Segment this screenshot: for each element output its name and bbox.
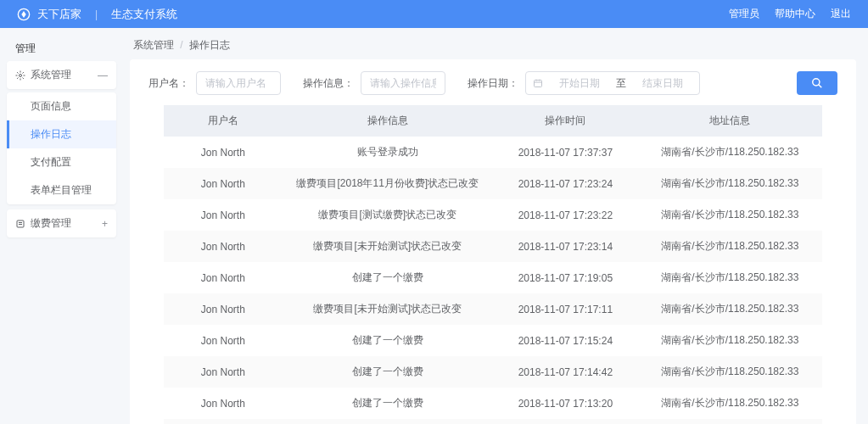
logo-icon (17, 8, 31, 21)
breadcrumb: 系统管理 / 操作日志 (130, 38, 856, 53)
cell-user: Jon North (164, 168, 283, 199)
header-divider: | (95, 8, 98, 20)
sidebar-group-fee-label: 缴费管理 (31, 216, 71, 231)
app-header: 天下店家 | 生态支付系统 管理员 帮助中心 退出 (0, 0, 868, 28)
svg-rect-5 (535, 81, 542, 87)
logout-link[interactable]: 退出 (831, 7, 851, 21)
cell-addr: 湖南省/长沙市/118.250.182.33 (638, 168, 822, 199)
cell-time: 2018-11-07 17:13:20 (493, 388, 638, 419)
sidebar-item-pageinfo[interactable]: 页面信息 (7, 92, 116, 120)
table-row: Jon North缴费项目[2018年11月份收费]状态已改变2018-11-0… (164, 419, 822, 424)
list-icon (15, 219, 25, 229)
cell-op: 缴费项目[2018年11月份收费]状态已改变 (283, 168, 493, 199)
expand-icon: + (102, 218, 108, 230)
cell-addr: 湖南省/长沙市/118.250.182.33 (638, 293, 822, 325)
filter-row: 用户名： 操作信息： 操作日期： 至 (148, 71, 837, 95)
main-content: 系统管理 / 操作日志 用户名： 操作信息： 操作日期： 至 (123, 28, 868, 424)
cell-user: Jon North (164, 356, 283, 388)
date-sep: 至 (616, 76, 626, 91)
cell-op: 缴费项目[未开始测试]状态已改变 (283, 231, 493, 262)
date-range-picker[interactable]: 至 (525, 71, 700, 95)
cell-op: 创建了一个缴费 (283, 262, 493, 293)
admin-link[interactable]: 管理员 (729, 7, 759, 21)
cell-time: 2018-11-07 17:14:42 (493, 356, 638, 388)
sidebar: 管理 系统管理 — 页面信息 操作日志 支付配置 表单栏目管理 缴费管理 + (0, 28, 123, 424)
svg-point-1 (20, 74, 22, 76)
cell-op: 缴费项目[未开始测试]状态已改变 (283, 293, 493, 325)
username-input[interactable] (196, 71, 281, 95)
sidebar-group-fee[interactable]: 缴费管理 + (7, 209, 116, 237)
table-header-row: 用户名 操作信息 操作时间 地址信息 (164, 105, 822, 137)
date-end-input[interactable] (633, 77, 692, 89)
breadcrumb-sep: / (180, 39, 182, 51)
breadcrumb-b: 操作日志 (189, 39, 230, 51)
cell-op: 缴费项目[测试缴费]状态已改变 (283, 199, 493, 231)
calendar-icon (533, 78, 543, 88)
collapse-icon: — (98, 70, 108, 81)
th-addr: 地址信息 (638, 105, 822, 137)
cell-user: Jon North (164, 419, 283, 424)
cell-user: Jon North (164, 199, 283, 231)
cell-user: Jon North (164, 262, 283, 293)
sidebar-group-system[interactable]: 系统管理 — (7, 61, 116, 89)
cell-op: 缴费项目[2018年11月份收费]状态已改变 (283, 419, 493, 424)
table-row: Jon North缴费项目[2018年11月份收费]状态已改变2018-11-0… (164, 168, 822, 199)
content-card: 用户名： 操作信息： 操作日期： 至 (130, 59, 856, 424)
cell-time: 2018-11-07 17:23:22 (493, 199, 638, 231)
cell-op: 账号登录成功 (283, 137, 493, 168)
th-op: 操作信息 (283, 105, 493, 137)
search-icon (811, 77, 823, 89)
table-row: Jon North创建了一个缴费2018-11-07 17:14:42湖南省/长… (164, 356, 822, 388)
cell-user: Jon North (164, 231, 283, 262)
cell-addr: 湖南省/长沙市/118.250.182.33 (638, 325, 822, 356)
th-time: 操作时间 (493, 105, 638, 137)
table-row: Jon North创建了一个缴费2018-11-07 17:19:05湖南省/长… (164, 262, 822, 293)
cell-time: 2018-11-07 17:19:05 (493, 262, 638, 293)
table-row: Jon North创建了一个缴费2018-11-07 17:13:20湖南省/长… (164, 388, 822, 419)
cell-time: 2018-11-07 17:15:24 (493, 325, 638, 356)
cell-user: Jon North (164, 293, 283, 325)
cell-time: 2018-11-07 17:23:24 (493, 168, 638, 199)
brand-text: 天下店家 (37, 7, 81, 22)
cell-user: Jon North (164, 388, 283, 419)
cell-addr: 湖南省/长沙市/118.250.182.33 (638, 262, 822, 293)
sidebar-item-tablecol[interactable]: 表单栏目管理 (7, 176, 116, 204)
cell-addr: 湖南省/长沙市/118.250.182.33 (638, 231, 822, 262)
sidebar-submenu: 页面信息 操作日志 支付配置 表单栏目管理 (7, 92, 116, 204)
cell-addr: 湖南省/长沙市/118.250.182.33 (638, 388, 822, 419)
cell-time: 2018-11-07 17:37:37 (493, 137, 638, 168)
breadcrumb-a[interactable]: 系统管理 (133, 39, 174, 51)
opinfo-label: 操作信息： (303, 76, 354, 91)
table-row: Jon North账号登录成功2018-11-07 17:37:37湖南省/长沙… (164, 137, 822, 168)
cell-addr: 湖南省/长沙市/118.250.182.33 (638, 199, 822, 231)
table-row: Jon North创建了一个缴费2018-11-07 17:15:24湖南省/长… (164, 325, 822, 356)
search-button[interactable] (797, 71, 837, 95)
header-left: 天下店家 | 生态支付系统 (17, 7, 177, 22)
cell-user: Jon North (164, 325, 283, 356)
table-row: Jon North缴费项目[未开始测试]状态已改变2018-11-07 17:1… (164, 293, 822, 325)
cell-user: Jon North (164, 137, 283, 168)
cell-op: 创建了一个缴费 (283, 356, 493, 388)
cell-op: 创建了一个缴费 (283, 325, 493, 356)
opinfo-input[interactable] (361, 71, 445, 95)
cell-time: 2018-11-07 17:23:14 (493, 231, 638, 262)
cell-op: 创建了一个缴费 (283, 388, 493, 419)
sidebar-group-system-label: 系统管理 (31, 68, 71, 82)
cell-time: 2018-11-07 17:17:11 (493, 293, 638, 325)
username-label: 用户名： (148, 76, 189, 91)
svg-line-10 (819, 85, 822, 88)
help-link[interactable]: 帮助中心 (775, 7, 815, 21)
log-table: 用户名 操作信息 操作时间 地址信息 Jon North账号登录成功2018-1… (164, 105, 822, 424)
sidebar-item-payconfig[interactable]: 支付配置 (7, 148, 116, 176)
sidebar-root: 管理 (7, 36, 116, 61)
cell-addr: 湖南省/长沙市/118.250.182.33 (638, 137, 822, 168)
cell-addr: 湖南省/长沙市/118.250.182.33 (638, 356, 822, 388)
table-row: Jon North缴费项目[测试缴费]状态已改变2018-11-07 17:23… (164, 199, 822, 231)
date-start-input[interactable] (550, 77, 609, 89)
cell-addr: 湖南省/长沙市/118.250.182.33 (638, 419, 822, 424)
cell-time: 2018-11-07 17:12:50 (493, 419, 638, 424)
system-title: 生态支付系统 (111, 7, 177, 22)
sidebar-item-oplog[interactable]: 操作日志 (7, 120, 116, 148)
date-label: 操作日期： (468, 76, 518, 91)
th-user: 用户名 (164, 105, 283, 137)
